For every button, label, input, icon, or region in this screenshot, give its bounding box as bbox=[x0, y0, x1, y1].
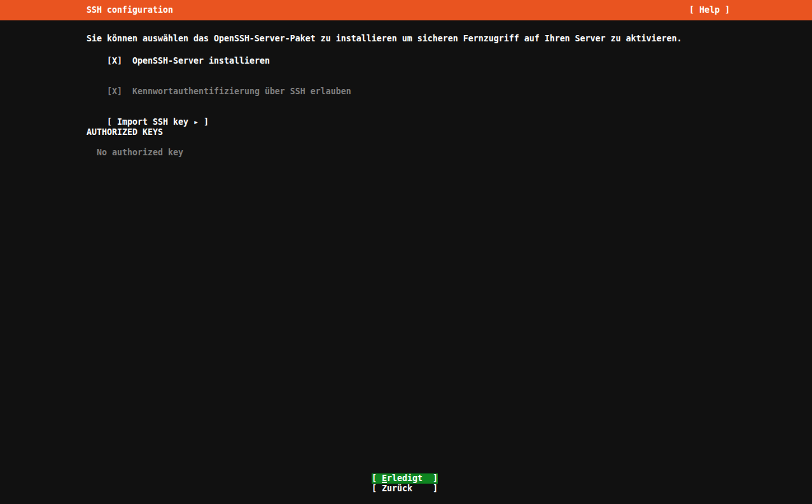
checkbox-label: OpenSSH-Server installieren bbox=[132, 56, 270, 66]
no-authorized-key-text: No authorized key bbox=[97, 148, 183, 158]
checkbox-box: [X] bbox=[107, 56, 122, 66]
checkbox-box: [X] bbox=[107, 87, 122, 96]
back-button[interactable]: [ Zurück ] bbox=[372, 484, 438, 494]
checkbox-label: Kennwortauthentifizierung über SSH erlau… bbox=[132, 87, 351, 96]
checkbox-install-openssh-server[interactable]: [X]OpenSSH-Server installieren bbox=[87, 46, 270, 56]
authorized-keys-heading: AUTHORIZED KEYS bbox=[87, 127, 163, 137]
intro-text: Sie können auswählen das OpenSSH-Server-… bbox=[87, 34, 682, 44]
help-button[interactable]: [ Help ] bbox=[689, 5, 730, 15]
page-title: SSH configuration bbox=[87, 5, 173, 15]
checkbox-password-auth-disabled: [X]Kennwortauthentifizierung über SSH er… bbox=[87, 76, 351, 87]
text-cursor bbox=[382, 482, 387, 483]
title-bar: SSH configuration [ Help ] bbox=[0, 0, 812, 20]
import-ssh-key-button[interactable]: [ Import SSH key ▸ ] bbox=[107, 117, 209, 127]
ssh-configuration-screen: SSH configuration [ Help ] Sie können au… bbox=[0, 0, 812, 504]
